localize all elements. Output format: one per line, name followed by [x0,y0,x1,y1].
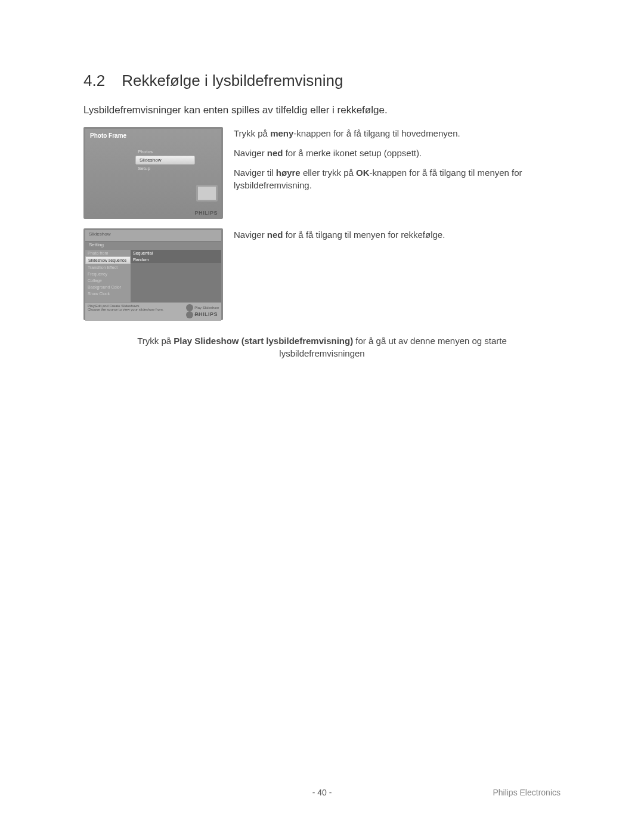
section-number: 4.2 [83,72,105,89]
step-2: Naviger ned for å merke ikonet setup (op… [234,147,561,159]
right-option: Random [131,256,221,263]
left-item-selected: Slideshow sequence [85,256,131,264]
left-item: Photo from [85,250,131,256]
status-play: Play Slideshow [194,306,219,309]
philips-logo: PHILIPS [194,210,218,216]
screenshot-main-menu: Photo Frame Photos Slideshow Setup PHILI… [83,127,223,219]
status-line2: Choose the source to view your slideshow… [88,308,163,311]
step-3: Naviger til høyre eller trykk på OK-knap… [234,166,561,191]
screenshot1-header: Photo Frame [85,129,221,139]
left-item: Transition Effect [85,264,131,271]
ok-control-icon [186,311,193,318]
screenshot2-subheader: Setting [85,241,221,250]
menu-item-photos: Photos [135,148,195,156]
photo-frame-icon [196,185,218,202]
final-instruction: Trykk på Play Slideshow (start lysbildef… [119,335,525,360]
footer-company: Philips Electronics [493,788,561,797]
page-number: - 40 - [312,788,332,797]
left-item: Background Color [85,284,131,290]
left-item: Frequency [85,271,131,277]
menu-item-setup: Setup [135,165,195,172]
philips-logo: PHILIPS [194,311,218,317]
step-1: Trykk på meny-knappen for å få tilgang t… [234,127,561,140]
section-heading: 4.2Rekkefølge i lysbildefremvisning [83,72,561,90]
nav-control-icon [186,304,193,311]
left-item: Show Clock [85,290,131,297]
menu-item-slideshow: Slideshow [135,156,195,165]
right-option-selected: Sequential [131,250,221,256]
intro-paragraph: Lysbildefremvisninger kan enten spilles … [83,104,561,116]
section-title-text: Rekkefølge i lysbildefremvisning [122,72,343,89]
screenshot-slideshow-settings: Slideshow PHILIPS Setting Photo from Sli… [83,228,223,320]
screenshot2-title: Slideshow [89,231,110,237]
step-4: Naviger ned for å få tilgang til menyen … [234,228,561,241]
left-item: Collage [85,277,131,284]
